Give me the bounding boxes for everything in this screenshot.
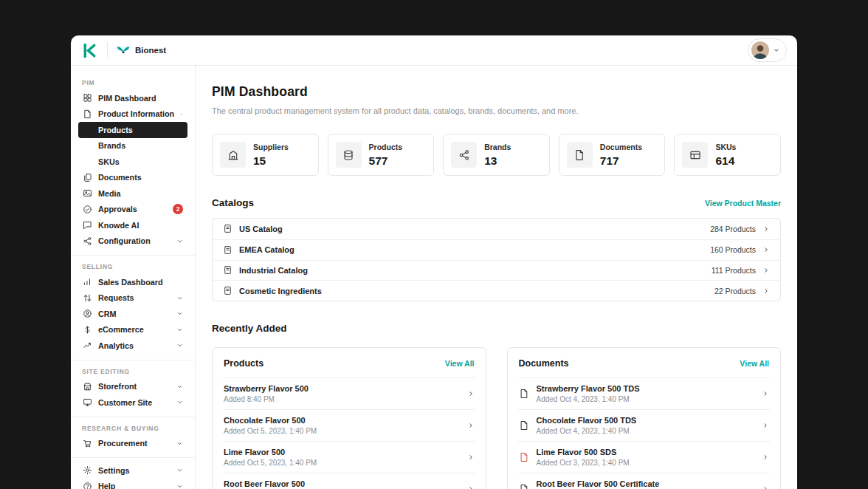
sidebar-section-label-site-editing: SITE EDITING (82, 368, 184, 375)
document-name: Lime Flavor 500 SDS (537, 448, 630, 456)
document-name: Root Beer Flavor 500 Certificate (537, 479, 660, 488)
sidebar: PIM PIM Dashboard Product Information Pr… (71, 66, 196, 489)
document-icon (83, 109, 92, 119)
recent-document-row[interactable]: Root Beer Flavor 500 CertificateAdded Oc… (518, 473, 771, 489)
sidebar-item-label: PIM Dashboard (98, 94, 156, 103)
stat-label: Brands (484, 143, 511, 151)
recent-product-row[interactable]: Lime Flavor 500Added Oct 5, 2023, 1:40 P… (223, 441, 475, 473)
approvals-badge: 2 (173, 204, 183, 214)
catalog-icon (223, 224, 232, 233)
sidebar-item-label: Products (98, 126, 133, 134)
product-name: Root Beer Flavor 500 (224, 479, 317, 488)
check-circle-icon (83, 205, 92, 214)
sidebar-item-settings[interactable]: Settings (78, 462, 187, 479)
view-product-master-link[interactable]: View Product Master (705, 199, 781, 208)
page-title: PIM Dashboard (212, 84, 781, 100)
catalog-row-emea[interactable]: EMEA Catalog 160 Products (213, 239, 780, 260)
stat-card-brands: Brands13 (443, 134, 550, 176)
recent-document-row[interactable]: Chocolate Flavor 500 TDSAdded Oct 4, 202… (518, 409, 771, 441)
copy-icon (83, 173, 92, 182)
recent-product-row[interactable]: Strawberry Flavor 500Added 8:40 PM (223, 377, 475, 409)
sidebar-item-help[interactable]: Help (78, 479, 187, 489)
file-icon (519, 420, 529, 431)
chevron-down-icon (176, 238, 183, 244)
sidebar-item-sales-dashboard[interactable]: Sales Dashboard (78, 274, 187, 290)
user-menu[interactable] (748, 38, 787, 62)
product-added: Added 8:40 PM (224, 395, 309, 403)
sidebar-item-ecommerce[interactable]: eCommerce (78, 322, 187, 338)
products-view-all-link[interactable]: View All (445, 359, 475, 368)
sidebar-item-configuration[interactable]: Configuration (78, 233, 187, 250)
table-icon (682, 142, 708, 168)
help-circle-icon (83, 482, 92, 489)
chevron-right-icon (762, 287, 770, 295)
sidebar-item-analytics[interactable]: Analytics (78, 338, 187, 354)
sidebar-item-label: Documents (98, 173, 142, 182)
catalog-name: Cosmetic Ingredients (239, 287, 322, 295)
catalog-row-cosmetic[interactable]: Cosmetic Ingredients 22 Products (213, 280, 780, 301)
catalog-name: US Catalog (239, 225, 283, 233)
recent-document-row[interactable]: Strawberry Flavor 500 TDSAdded Oct 4, 20… (518, 377, 771, 409)
stat-card-suppliers: Suppliers15 (212, 134, 319, 176)
sidebar-item-requests[interactable]: Requests (78, 290, 187, 307)
sidebar-item-knowde-ai[interactable]: Knowde AI (78, 217, 187, 233)
knowde-logo-icon (81, 42, 98, 59)
chevron-right-icon (467, 422, 475, 429)
recent-product-row[interactable]: Root Beer Flavor 500Added Oct 5, 2023, 1… (223, 473, 475, 489)
topbar: Bionest (71, 35, 797, 66)
sidebar-item-storefront[interactable]: Storefront (78, 379, 187, 395)
stat-value: 577 (369, 154, 403, 168)
org-name: Bionest (135, 46, 166, 55)
catalog-count: 284 Products (710, 225, 756, 233)
app-window: Bionest PIM PIM Dashboard Product Inform… (71, 35, 797, 489)
catalog-icon (223, 286, 232, 295)
sidebar-item-procurement[interactable]: Procurement (78, 436, 187, 452)
sidebar-item-label: Brands (98, 141, 125, 150)
store-icon (83, 382, 92, 391)
chevron-down-icon (773, 47, 780, 54)
catalog-row-industrial[interactable]: Industrial Catalog 111 Products (213, 260, 780, 281)
sidebar-item-products[interactable]: Products (78, 122, 187, 138)
product-name: Chocolate Flavor 500 (224, 416, 317, 425)
sidebar-item-media[interactable]: Media (78, 185, 187, 202)
recent-document-row[interactable]: Lime Flavor 500 SDSAdded Oct 3, 2023, 1:… (518, 441, 771, 473)
sidebar-item-product-information[interactable]: Product Information (78, 106, 187, 123)
chevron-right-icon (762, 485, 769, 489)
stat-label: Documents (600, 143, 642, 151)
bionest-logo-icon (117, 44, 130, 57)
nodes-icon (451, 142, 477, 168)
sidebar-item-documents[interactable]: Documents (78, 170, 187, 186)
sidebar-item-label: Product Information (98, 109, 174, 118)
stat-card-skus: SKUs614 (674, 134, 781, 176)
file-icon (519, 452, 529, 462)
sidebar-item-pim-dashboard[interactable]: PIM Dashboard (78, 90, 187, 106)
file-icon (567, 142, 593, 168)
knowde-logo[interactable] (81, 42, 98, 59)
sidebar-item-label: Storefront (98, 382, 137, 391)
sidebar-divider (71, 360, 195, 360)
sidebar-item-customer-site[interactable]: Customer Site (78, 394, 187, 411)
recent-products-card: Products View All Strawberry Flavor 500A… (212, 347, 486, 489)
recent-products-heading: Products (224, 358, 264, 369)
chevron-down-icon (176, 467, 183, 473)
stat-value: 13 (484, 154, 511, 168)
sidebar-item-skus[interactable]: SKUs (78, 154, 187, 170)
sidebar-item-crm[interactable]: CRM (78, 306, 187, 322)
sidebar-item-label: Sales Dashboard (98, 278, 163, 287)
gear-icon (83, 465, 92, 475)
sidebar-item-approvals[interactable]: Approvals 2 (78, 202, 187, 218)
catalogs-card: US Catalog 284 Products EMEA Catalog 160… (212, 218, 781, 301)
chevron-down-icon (176, 483, 183, 489)
catalogs-heading: Catalogs (212, 197, 254, 208)
catalog-icon (223, 265, 232, 275)
trend-line-icon (83, 341, 92, 350)
catalog-row-us[interactable]: US Catalog 284 Products (213, 219, 780, 239)
recent-product-row[interactable]: Chocolate Flavor 500Added Oct 5, 2023, 1… (223, 409, 475, 441)
monitor-icon (83, 397, 92, 407)
chevron-down-icon (176, 326, 183, 333)
stat-label: Suppliers (253, 143, 289, 151)
org-switcher[interactable]: Bionest (117, 44, 166, 57)
sidebar-item-brands[interactable]: Brands (78, 138, 187, 154)
documents-view-all-link[interactable]: View All (740, 359, 769, 368)
avatar (751, 41, 769, 59)
